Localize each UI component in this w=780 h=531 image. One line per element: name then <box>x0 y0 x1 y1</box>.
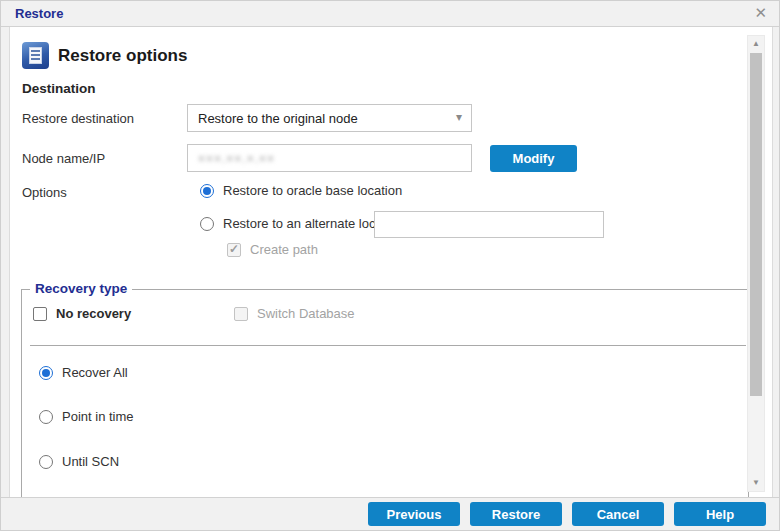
no-recovery-label: No recovery <box>56 306 131 321</box>
recover-all-label: Recover All <box>62 365 128 380</box>
close-icon[interactable]: ✕ <box>754 4 767 22</box>
cancel-button[interactable]: Cancel <box>572 502 664 526</box>
alternate-path-input[interactable] <box>374 211 604 238</box>
until-scn-label: Until SCN <box>62 454 119 469</box>
page-title: Restore options <box>58 46 187 66</box>
no-recovery-option[interactable]: No recovery <box>33 306 131 321</box>
switch-database-label: Switch Database <box>257 306 355 321</box>
radio-point-in-time-icon[interactable] <box>39 410 53 424</box>
oracle-base-label: Restore to oracle base location <box>223 183 402 198</box>
recovery-type-legend: Recovery type <box>30 281 132 296</box>
recovery-type-group: Recovery type No recovery Switch Databas… <box>21 289 749 498</box>
node-name-label: Node name/IP <box>22 151 105 166</box>
destination-section-title: Destination <box>22 81 96 96</box>
footer-bar: Previous Restore Cancel Help <box>1 497 779 530</box>
create-path-checkbox <box>227 243 241 257</box>
point-in-time-option[interactable]: Point in time <box>39 409 134 424</box>
restore-dialog: Restore ✕ Restore options Destination Re… <box>0 0 780 531</box>
scroll-down-icon[interactable]: ▼ <box>748 476 764 490</box>
switch-database-checkbox <box>234 307 248 321</box>
restore-destination-label: Restore destination <box>22 111 134 126</box>
recover-all-option[interactable]: Recover All <box>39 365 128 380</box>
oracle-base-option[interactable]: Restore to oracle base location <box>200 183 402 198</box>
previous-button[interactable]: Previous <box>368 502 460 526</box>
restore-options-icon <box>22 42 49 69</box>
help-button[interactable]: Help <box>674 502 766 526</box>
radio-until-scn-icon[interactable] <box>39 455 53 469</box>
modify-button[interactable]: Modify <box>490 145 577 172</box>
options-label: Options <box>22 185 67 200</box>
radio-alternate-icon[interactable] <box>200 217 214 231</box>
recovery-divider <box>30 345 746 346</box>
document-glyph <box>29 47 42 64</box>
radio-oracle-base-icon[interactable] <box>200 184 214 198</box>
restore-destination-value: Restore to the original node <box>198 111 358 126</box>
until-scn-option[interactable]: Until SCN <box>39 454 119 469</box>
create-path-option: Create path <box>227 242 318 257</box>
vertical-scrollbar[interactable]: ▲ ▼ <box>747 35 765 492</box>
dialog-title: Restore <box>15 6 63 21</box>
node-name-input[interactable]: ×××.××.×.×× <box>187 144 472 172</box>
dialog-titlebar: Restore ✕ <box>1 1 779 27</box>
scrollbar-thumb[interactable] <box>750 53 762 396</box>
radio-recover-all-icon[interactable] <box>39 366 53 380</box>
scroll-up-icon[interactable]: ▲ <box>748 37 764 51</box>
create-path-label: Create path <box>250 242 318 257</box>
switch-database-option: Switch Database <box>234 306 355 321</box>
restore-destination-select[interactable]: Restore to the original node ▾ <box>187 104 472 132</box>
no-recovery-checkbox[interactable] <box>33 307 47 321</box>
restore-button[interactable]: Restore <box>470 502 562 526</box>
point-in-time-label: Point in time <box>62 409 134 424</box>
node-name-redacted-value: ×××.××.×.×× <box>198 152 275 166</box>
dialog-content: Restore options Destination Restore dest… <box>9 27 773 499</box>
chevron-down-icon: ▾ <box>456 110 462 124</box>
